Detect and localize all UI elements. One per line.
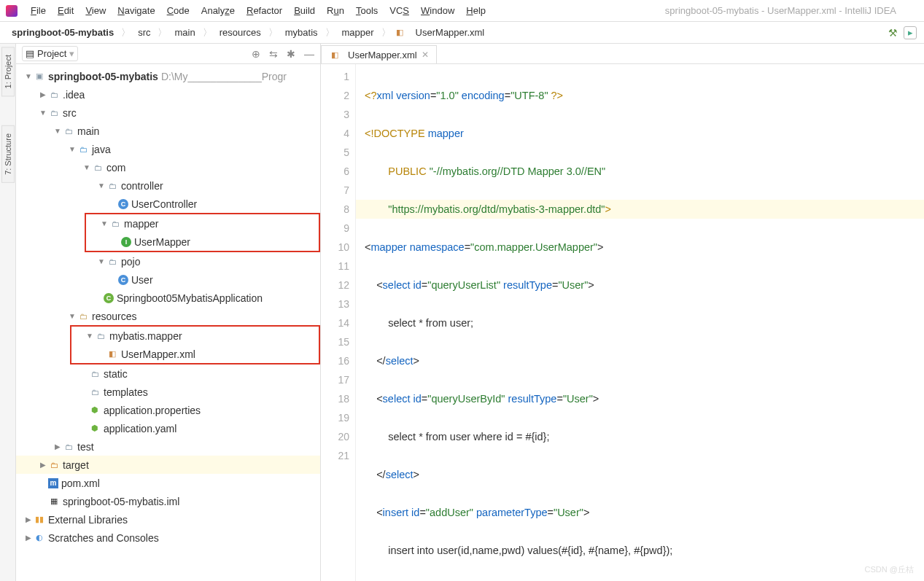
tool-tab-project[interactable]: 1: Project <box>1 47 15 96</box>
tree-test[interactable]: ▶🗀test <box>16 437 320 456</box>
tree-app-props[interactable]: ⬢application.properties <box>16 401 320 419</box>
tree-main[interactable]: ▼🗀main <box>16 122 320 140</box>
window-title: springboot-05-mybatis - UserMapper.xml -… <box>665 5 918 16</box>
tree-path: D:\My_____________Progr <box>161 71 287 82</box>
chevron-right-icon[interactable]: ▶ <box>38 461 48 469</box>
chevron-right-icon[interactable]: ▶ <box>38 90 48 98</box>
editor-area: ◧ UserMapper.xml ✕ 123456789101112131415… <box>321 44 924 581</box>
menu-file[interactable]: File <box>25 2 52 19</box>
code-content[interactable]: <?xml version="1.0" encoding="UTF-8" ?> … <box>356 64 924 581</box>
chevron-down-icon[interactable]: ▼ <box>82 163 92 171</box>
tree-static[interactable]: 🗀static <box>16 364 320 383</box>
run-config-icon[interactable]: ▸ <box>904 26 917 39</box>
tree-pojo[interactable]: ▼🗀pojo <box>16 252 320 270</box>
chevron-down-icon[interactable]: ▼ <box>67 312 77 320</box>
folder-icon: 🗀 <box>63 441 74 453</box>
chevron-right-icon[interactable]: ▶ <box>23 534 34 542</box>
menu-help[interactable]: Help <box>460 2 492 19</box>
panel-view-selector[interactable]: ▤ Project ▾ <box>22 46 78 61</box>
crumb-src[interactable]: src <box>133 26 155 39</box>
folder-icon: 🗀 <box>89 386 101 398</box>
menubar: File Edit View Navigate Code Analyze Ref… <box>0 0 924 22</box>
tree-usercontroller[interactable]: CUserController <box>16 195 320 213</box>
chevron-down-icon[interactable]: ▼ <box>99 219 109 227</box>
tree-iml[interactable]: ▦springboot-05-mybatis.iml <box>16 492 320 510</box>
menu-vcs[interactable]: VCS <box>384 2 415 19</box>
menu-view[interactable]: View <box>79 2 112 19</box>
tree-pom[interactable]: mpom.xml <box>16 474 320 492</box>
gutter: 123456789101112131415161718192021 <box>321 64 356 581</box>
crumb-root[interactable]: springboot-05-mybatis <box>7 26 118 39</box>
menu-refactor[interactable]: Refactor <box>241 2 288 19</box>
close-icon[interactable]: ✕ <box>422 50 429 60</box>
tree-app[interactable]: CSpringboot05MybatisApplication <box>16 289 320 307</box>
menu-run[interactable]: Run <box>321 2 350 19</box>
locate-icon[interactable]: ⊕ <box>252 48 260 60</box>
project-panel: ▤ Project ▾ ⊕ ⇆ ✱ — ▼ ▣ springboot-05-my… <box>16 44 321 581</box>
crumb-resources[interactable]: resources <box>215 26 265 39</box>
iml-icon: ▦ <box>48 496 60 507</box>
tree-idea[interactable]: ▶🗀.idea <box>16 85 320 104</box>
source-folder-icon: 🗀 <box>77 144 89 155</box>
expand-icon[interactable]: ⇆ <box>269 48 278 60</box>
menu-navigate[interactable]: Navigate <box>112 2 160 19</box>
crumb-file[interactable]: UserMapper.xml <box>411 26 489 39</box>
libraries-icon: ▮▮ <box>34 514 45 526</box>
editor-body[interactable]: 123456789101112131415161718192021 <?xml … <box>321 64 924 581</box>
tree-controller[interactable]: ▼🗀controller <box>16 176 320 195</box>
menu-analyze[interactable]: Analyze <box>195 2 241 19</box>
tree-app-yaml[interactable]: ⬢application.yaml <box>16 419 320 437</box>
chevron-down-icon[interactable]: ▼ <box>53 127 63 135</box>
tree-ext-lib[interactable]: ▶▮▮External Libraries <box>16 510 320 529</box>
tree-mybatis-mapper[interactable]: ▼🗀mybatis.mapper <box>71 327 319 345</box>
chevron-down-icon[interactable]: ▼ <box>96 257 106 265</box>
tree-usermapper[interactable]: IUserMapper <box>86 233 319 251</box>
navbar: springboot-05-mybatis〉 src〉 main〉 resour… <box>0 22 924 44</box>
class-icon: C <box>118 275 128 285</box>
menu-edit[interactable]: Edit <box>52 2 79 19</box>
tool-tab-structure[interactable]: 7: Structure <box>1 125 15 183</box>
editor-tab-usermapper[interactable]: ◧ UserMapper.xml ✕ <box>321 45 437 63</box>
tree-usermapper-xml[interactable]: ◧UserMapper.xml <box>71 345 319 363</box>
tree-java[interactable]: ▼🗀java <box>16 140 320 158</box>
folder-icon: 🗀 <box>89 368 101 380</box>
project-tree[interactable]: ▼ ▣ springboot-05-mybatis D:\My_________… <box>16 64 320 581</box>
xml-icon: ◧ <box>106 348 118 360</box>
tree-root[interactable]: ▼ ▣ springboot-05-mybatis D:\My_________… <box>16 67 320 85</box>
tool-window-bar: 1: Project 7: Structure <box>0 44 16 581</box>
menu-tools[interactable]: Tools <box>350 2 384 19</box>
build-icon[interactable]: ⚒ <box>888 27 898 39</box>
chevron-right-icon[interactable]: ▶ <box>23 515 34 523</box>
tree-scratches[interactable]: ▶◐Scratches and Consoles <box>16 529 320 547</box>
chevron-right-icon[interactable]: ▶ <box>53 442 63 451</box>
folder-icon: 🗀 <box>63 125 74 137</box>
chevron-down-icon[interactable]: ▼ <box>38 109 48 117</box>
settings-icon[interactable]: ✱ <box>287 48 295 60</box>
spring-class-icon: C <box>104 293 114 303</box>
tree-user[interactable]: CUser <box>16 270 320 289</box>
chevron-down-icon[interactable]: ▼ <box>96 182 106 190</box>
crumb-main[interactable]: main <box>170 26 199 39</box>
chevron-down-icon[interactable]: ▼ <box>23 72 34 80</box>
crumb-mybatis[interactable]: mybatis <box>281 26 322 39</box>
tree-templates[interactable]: 🗀templates <box>16 383 320 401</box>
package-icon: 🗀 <box>106 256 118 268</box>
hide-icon[interactable]: — <box>304 48 314 60</box>
tree-resources[interactable]: ▼🗀resources <box>16 307 320 325</box>
menu-code[interactable]: Code <box>161 2 195 19</box>
menu-build[interactable]: Build <box>288 2 321 19</box>
tree-src[interactable]: ▼🗀src <box>16 104 320 122</box>
tree-target[interactable]: ▶🗀target <box>16 456 320 474</box>
folder-icon: 🗀 <box>95 330 106 342</box>
resources-folder-icon: 🗀 <box>77 311 89 322</box>
tree-com[interactable]: ▼🗀com <box>16 158 320 176</box>
breadcrumb: springboot-05-mybatis〉 src〉 main〉 resour… <box>7 26 489 39</box>
tree-label: springboot-05-mybatis <box>48 71 158 82</box>
chevron-down-icon[interactable]: ▼ <box>67 145 77 153</box>
module-icon: ▣ <box>34 71 45 82</box>
package-icon: 🗀 <box>109 218 121 230</box>
chevron-down-icon[interactable]: ▼ <box>85 332 95 340</box>
menu-window[interactable]: Window <box>415 2 460 19</box>
tree-mapper[interactable]: ▼🗀mapper <box>86 214 319 233</box>
crumb-mapper[interactable]: mapper <box>338 26 378 39</box>
